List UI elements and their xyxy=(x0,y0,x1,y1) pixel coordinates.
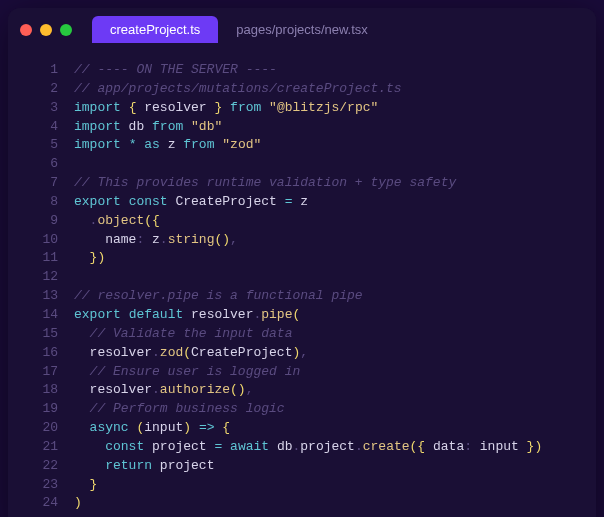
editor-window: createProject.ts pages/projects/new.tsx … xyxy=(8,8,596,517)
code-line[interactable]: const project = await db.project.create(… xyxy=(74,438,596,457)
code-line[interactable]: ) xyxy=(74,494,596,513)
code-line[interactable]: import { resolver } from "@blitzjs/rpc" xyxy=(74,99,596,118)
line-number: 19 xyxy=(8,400,58,419)
line-number: 3 xyxy=(8,99,58,118)
line-number: 18 xyxy=(8,381,58,400)
code-line[interactable]: } xyxy=(74,476,596,495)
code-line[interactable]: import db from "db" xyxy=(74,118,596,137)
code-line[interactable]: }) xyxy=(74,249,596,268)
code-line[interactable]: resolver.authorize(), xyxy=(74,381,596,400)
close-icon[interactable] xyxy=(20,24,32,36)
line-number: 20 xyxy=(8,419,58,438)
code-line[interactable]: .object({ xyxy=(74,212,596,231)
code-line[interactable]: // Ensure user is logged in xyxy=(74,363,596,382)
line-number: 15 xyxy=(8,325,58,344)
code-content[interactable]: // ---- ON THE SERVER ----// app/project… xyxy=(74,61,596,513)
code-line[interactable]: // Validate the input data xyxy=(74,325,596,344)
line-number: 9 xyxy=(8,212,58,231)
code-line[interactable]: // app/projects/mutations/createProject.… xyxy=(74,80,596,99)
code-line[interactable]: // resolver.pipe is a functional pipe xyxy=(74,287,596,306)
code-area[interactable]: 123456789101112131415161718192021222324 … xyxy=(8,51,596,517)
line-number: 17 xyxy=(8,363,58,382)
line-number: 24 xyxy=(8,494,58,513)
line-number: 13 xyxy=(8,287,58,306)
line-number: 11 xyxy=(8,249,58,268)
line-number: 21 xyxy=(8,438,58,457)
code-line[interactable] xyxy=(74,268,596,287)
maximize-icon[interactable] xyxy=(60,24,72,36)
code-line[interactable]: export default resolver.pipe( xyxy=(74,306,596,325)
line-number: 12 xyxy=(8,268,58,287)
code-line[interactable]: name: z.string(), xyxy=(74,231,596,250)
tab-bar: createProject.ts pages/projects/new.tsx xyxy=(92,16,386,43)
line-number: 16 xyxy=(8,344,58,363)
line-number: 4 xyxy=(8,118,58,137)
tab-new-page[interactable]: pages/projects/new.tsx xyxy=(218,16,386,43)
code-line[interactable]: import * as z from "zod" xyxy=(74,136,596,155)
line-number: 7 xyxy=(8,174,58,193)
line-number: 23 xyxy=(8,476,58,495)
code-line[interactable]: // Perform business logic xyxy=(74,400,596,419)
code-line[interactable]: resolver.zod(CreateProject), xyxy=(74,344,596,363)
line-numbers: 123456789101112131415161718192021222324 xyxy=(8,61,74,513)
line-number: 8 xyxy=(8,193,58,212)
code-line[interactable]: return project xyxy=(74,457,596,476)
tab-create-project[interactable]: createProject.ts xyxy=(92,16,218,43)
line-number: 10 xyxy=(8,231,58,250)
line-number: 22 xyxy=(8,457,58,476)
titlebar: createProject.ts pages/projects/new.tsx xyxy=(8,8,596,51)
line-number: 14 xyxy=(8,306,58,325)
line-number: 5 xyxy=(8,136,58,155)
code-line[interactable]: // This provides runtime validation + ty… xyxy=(74,174,596,193)
code-line[interactable]: async (input) => { xyxy=(74,419,596,438)
code-line[interactable]: // ---- ON THE SERVER ---- xyxy=(74,61,596,80)
traffic-lights xyxy=(20,24,72,36)
code-line[interactable]: export const CreateProject = z xyxy=(74,193,596,212)
minimize-icon[interactable] xyxy=(40,24,52,36)
code-line[interactable] xyxy=(74,155,596,174)
line-number: 1 xyxy=(8,61,58,80)
line-number: 2 xyxy=(8,80,58,99)
line-number: 6 xyxy=(8,155,58,174)
